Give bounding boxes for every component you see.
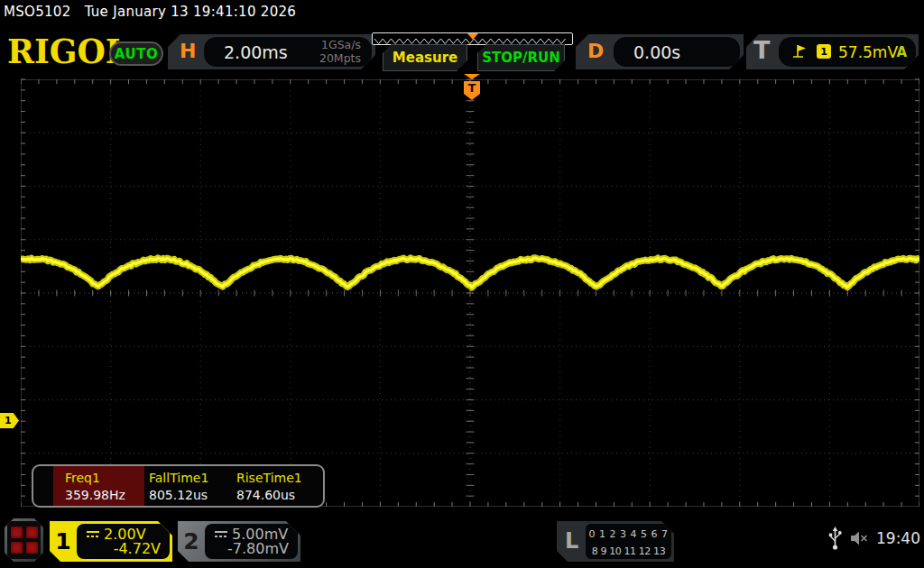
- channel2-block[interactable]: 2 5.00mV -7.80mV: [178, 521, 300, 562]
- channel2-offset: -7.80mV: [227, 540, 289, 557]
- datetime-text: Tue January 13 19:41:10 2026: [85, 4, 297, 20]
- digital-channels-row2: 8 9 10 11 12 13 14 15: [586, 543, 671, 568]
- channel1-number: 1: [50, 521, 77, 562]
- measurement-label[interactable]: FallTime1: [149, 471, 208, 485]
- channel2-panel: 5.00mV -7.80mV: [205, 524, 298, 559]
- horizontal-position-bar[interactable]: [372, 32, 573, 45]
- menu-grid-button[interactable]: [5, 518, 43, 562]
- stop-run-button[interactable]: STOP/RUN: [477, 44, 565, 71]
- dc-coupling-icon: [86, 529, 100, 539]
- horizontal-label: H: [180, 40, 196, 62]
- model-name: MSO5102: [4, 4, 71, 20]
- rising-edge-trigger-icon: [791, 43, 808, 60]
- dc-coupling-icon: [214, 529, 228, 539]
- delay-pill: 0.00s: [614, 37, 740, 67]
- trigger-delay-block[interactable]: D 0.00s: [576, 34, 744, 69]
- logic-analyzer-label: L: [565, 528, 578, 554]
- waveform-display-area[interactable]: T: [21, 74, 919, 510]
- digital-channels-panel: 0 1 2 3 4 5 6 7 8 9 10 11 12 13 14 15: [586, 524, 671, 559]
- status-icons: 19:40: [828, 526, 920, 551]
- measurement-value: 805.12us: [149, 488, 208, 502]
- measurement-value: 874.60us: [236, 488, 295, 502]
- measurement-results-box[interactable]: Freq1 FallTime1 RiseTime1 359.98Hz 805.1…: [32, 464, 325, 508]
- channel1-offset: -4.72V: [114, 540, 161, 557]
- measurement-label[interactable]: Freq1: [65, 471, 100, 485]
- measurement-label[interactable]: RiseTime1: [236, 471, 302, 485]
- oscilloscope-screen: MSO5102 Tue January 13 19:41:10 2026 RIG…: [0, 0, 924, 568]
- clock-text: 19:40: [876, 529, 920, 547]
- trigger-label: T: [753, 36, 770, 64]
- horizontal-timebase-block[interactable]: H 2.00ms 1GSa/s 20Mpts: [168, 34, 375, 69]
- digital-channels-row1: 0 1 2 3 4 5 6 7: [586, 526, 671, 543]
- memory-depth: 20Mpts: [319, 51, 361, 65]
- speaker-muted-icon: [849, 529, 869, 547]
- trigger-position-marker: T: [464, 81, 480, 100]
- delay-value: 0.00s: [633, 42, 680, 62]
- usb-icon: [828, 526, 842, 551]
- sample-rate: 1GSa/s: [319, 38, 361, 51]
- trigger-level-value: 57.5mV: [838, 43, 898, 61]
- channel1-block[interactable]: 1 2.00V -4.72V: [50, 521, 172, 562]
- trigger-sweep-mode: A: [896, 44, 907, 60]
- channel1-panel: 2.00V -4.72V: [77, 524, 170, 559]
- menu-grid-icon: [7, 521, 41, 559]
- measure-button[interactable]: Measure: [383, 44, 467, 71]
- timebase-value: 2.00ms: [224, 42, 288, 62]
- channel2-number: 2: [178, 521, 205, 562]
- window-position-marker[interactable]: [467, 33, 478, 40]
- measurement-value: 359.98Hz: [65, 488, 125, 502]
- run-mode-badge: AUTO: [109, 41, 163, 66]
- timebase-pill: 2.00ms 1GSa/s 20Mpts: [204, 37, 372, 67]
- channel1-offset-marker[interactable]: 1: [0, 413, 19, 428]
- trigger-block[interactable]: T 1 57.5mV A: [746, 34, 919, 69]
- logic-analyzer-block[interactable]: L 0 1 2 3 4 5 6 7 8 9 10 11 12 13 14 15: [557, 521, 674, 562]
- trigger-source-badge: 1: [817, 44, 831, 59]
- svg-text:T: T: [468, 81, 476, 95]
- acquisition-info: 1GSa/s 20Mpts: [319, 38, 361, 65]
- trigger-pill: 1 57.5mV A: [779, 37, 916, 67]
- ch1-waveform-trace: [21, 258, 919, 288]
- top-status-bar: MSO5102 Tue January 13 19:41:10 2026: [4, 4, 296, 20]
- delay-label: D: [587, 40, 604, 62]
